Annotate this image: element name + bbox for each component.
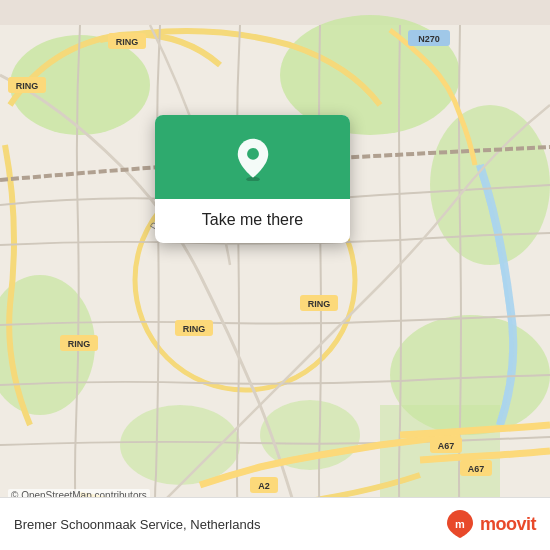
popup-card: Take me there	[155, 115, 350, 243]
svg-text:A67: A67	[438, 441, 455, 451]
bottom-bar: Bremer Schoonmaak Service, Netherlands m…	[0, 497, 550, 550]
svg-point-6	[120, 405, 240, 485]
svg-text:RING: RING	[16, 81, 39, 91]
map-container: RING RING RING RING RING RING N270 A2 A6…	[0, 0, 550, 550]
svg-text:RING: RING	[183, 324, 206, 334]
popup-green-area	[155, 115, 350, 199]
map-background: RING RING RING RING RING RING N270 A2 A6…	[0, 0, 550, 550]
location-pin-icon	[231, 137, 275, 181]
svg-text:RING: RING	[116, 37, 139, 47]
moovit-logo: m moovit	[444, 508, 536, 540]
take-me-there-button[interactable]: Take me there	[155, 199, 350, 243]
svg-text:A67: A67	[468, 464, 485, 474]
svg-text:N270: N270	[418, 34, 440, 44]
moovit-brand-icon: m	[444, 508, 476, 540]
svg-point-32	[247, 148, 259, 160]
svg-text:RING: RING	[68, 339, 91, 349]
svg-text:m: m	[455, 518, 465, 530]
location-info: Bremer Schoonmaak Service, Netherlands	[14, 517, 260, 532]
moovit-brand-name: moovit	[480, 514, 536, 535]
svg-text:A2: A2	[258, 481, 270, 491]
svg-text:RING: RING	[308, 299, 331, 309]
